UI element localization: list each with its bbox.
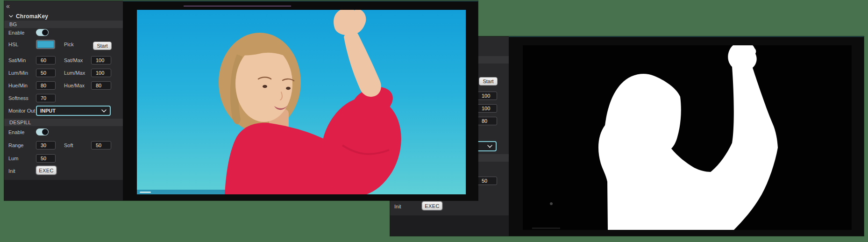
sat-max-label: Sat/Max xyxy=(64,56,83,64)
hsl-label: HSL xyxy=(8,40,18,49)
init-exec-button[interactable]: EXEC xyxy=(422,201,442,210)
hue-min-input[interactable] xyxy=(36,81,56,90)
collapse-panel-icon[interactable]: « xyxy=(6,2,10,10)
softness-label: Softness xyxy=(8,94,28,102)
monitor-out-value: INPUT xyxy=(37,108,101,114)
hue-max-label: Hue/Max xyxy=(64,81,85,90)
matte-noise-speck xyxy=(550,202,553,205)
video-artifact-line xyxy=(184,6,291,7)
despill-lum-input[interactable] xyxy=(36,154,56,163)
matte-preview-video xyxy=(523,45,852,230)
monitor-frame xyxy=(123,1,478,200)
init-label: Init xyxy=(394,202,401,211)
section-header-despill: DESPILL xyxy=(4,119,123,126)
pick-label: Pick xyxy=(64,40,74,49)
chromakey-section-header[interactable]: ChromaKey xyxy=(9,13,48,20)
hue-min-label: Hue/Min xyxy=(8,81,28,90)
desktop-background: « ChromaKey BG Enable HSL Pick Start Sat… xyxy=(0,0,868,242)
range-label: Range xyxy=(8,141,23,149)
softness-input[interactable] xyxy=(36,94,56,102)
sat-max-input[interactable] xyxy=(91,56,111,64)
toggle-knob xyxy=(42,129,48,135)
despill-lum-label: Lum xyxy=(8,154,18,163)
lum-min-input[interactable] xyxy=(36,69,56,77)
control-panel: « ChromaKey BG Enable HSL Pick Start Sat… xyxy=(4,1,123,180)
sat-min-label: Sat/Min xyxy=(8,56,26,64)
bg-enable-toggle[interactable] xyxy=(36,29,49,36)
lum-min-label: Lum/Min xyxy=(8,69,28,77)
wave-crest xyxy=(140,192,151,193)
lum-max-input[interactable] xyxy=(91,69,111,77)
toggle-knob xyxy=(42,29,48,36)
pick-start-button[interactable]: Start xyxy=(479,77,498,85)
pick-start-button[interactable]: Start xyxy=(93,42,112,50)
monitor-frame xyxy=(509,36,864,236)
chromakey-window: « ChromaKey BG Enable HSL Pick Start Sat… xyxy=(4,1,478,200)
init-exec-button[interactable]: EXEC xyxy=(36,166,57,175)
bg-enable-label: Enable xyxy=(8,28,24,37)
lum-max-input[interactable] xyxy=(477,104,497,113)
hue-max-input[interactable] xyxy=(91,81,111,90)
monitor-video-area xyxy=(137,10,466,194)
matte-noise-smudge xyxy=(532,228,560,229)
sea-horizon xyxy=(137,190,235,194)
chevron-down-icon xyxy=(487,145,492,148)
init-label: Init xyxy=(8,167,15,175)
soft-label: Soft xyxy=(64,141,73,149)
sat-max-input[interactable] xyxy=(477,92,497,100)
input-preview-video xyxy=(137,10,466,194)
hue-max-input[interactable] xyxy=(477,117,497,125)
monitor-video-area xyxy=(523,45,852,230)
monitor-out-label: Monitor Out xyxy=(8,107,35,115)
despill-enable-toggle[interactable] xyxy=(36,128,49,135)
lum-max-label: Lum/Max xyxy=(64,69,85,77)
panel-title: ChromaKey xyxy=(16,13,48,20)
soft-input[interactable] xyxy=(91,141,111,149)
soft-input[interactable] xyxy=(477,177,497,185)
chevron-down-icon xyxy=(101,109,107,113)
despill-enable-label: Enable xyxy=(8,128,24,136)
hsl-color-swatch[interactable] xyxy=(36,40,55,49)
monitor-out-select[interactable]: INPUT xyxy=(36,106,111,116)
range-input[interactable] xyxy=(36,141,56,149)
section-header-bg: BG xyxy=(4,21,123,28)
chevron-down-icon xyxy=(9,15,13,18)
sat-min-input[interactable] xyxy=(36,56,56,64)
